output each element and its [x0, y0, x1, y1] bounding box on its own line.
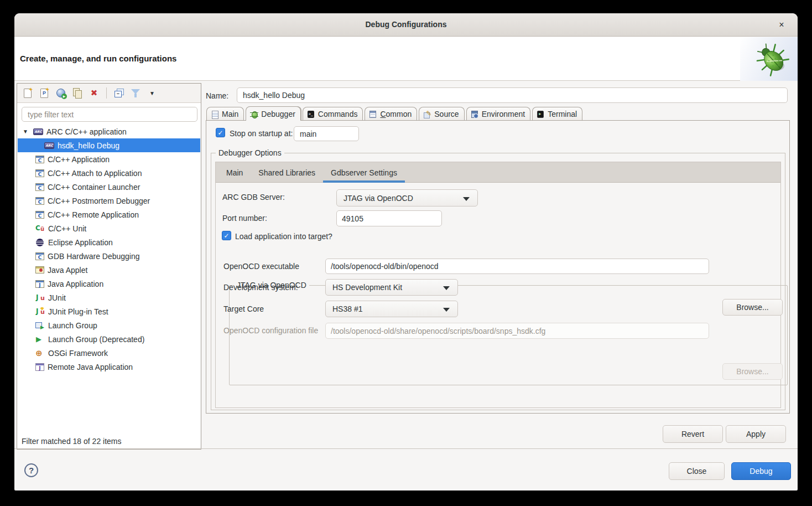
filter-icon[interactable]: [129, 87, 142, 99]
delete-launch-configuration-icon[interactable]: [88, 87, 100, 99]
c-application-icon: [35, 252, 44, 260]
inner-tab-gdbserver-settings[interactable]: Gdbserver Settings: [323, 162, 405, 183]
name-input[interactable]: [237, 87, 788, 103]
load-application-checkbox[interactable]: [222, 231, 231, 240]
debug-configurations-dialog: Debug Configurations × Create, manage, a…: [14, 13, 798, 490]
tree-item-arc-application[interactable]: ▼ ARC C/C++ application: [18, 125, 200, 138]
development-system-select[interactable]: HS Development Kit: [325, 279, 458, 296]
close-button[interactable]: Close: [669, 462, 725, 480]
stop-on-startup-label: Stop on startup at:: [230, 129, 293, 138]
arc-gdb-server-label: ARC GDB Server:: [222, 193, 285, 202]
tree-item-remote-java-application[interactable]: Remote Java Application: [18, 360, 200, 374]
launch-deprecated-icon: [35, 335, 45, 344]
debugger-options-tabs: Main Shared Libraries Gdbserver Settings: [216, 162, 780, 183]
filter-status: Filter matched 18 of 22 items: [22, 437, 122, 446]
junit-icon: [35, 293, 45, 302]
junit-plugin-icon: [35, 307, 45, 316]
openocd-executable-input[interactable]: [325, 259, 709, 274]
page-icon: [210, 110, 219, 118]
tree-item-eclipse-application[interactable]: Eclipse Application: [18, 235, 200, 249]
footer-separator: [14, 448, 798, 449]
browse-openocd-executable-button[interactable]: Browse...: [722, 299, 783, 316]
toolbar-menu-dropdown-icon[interactable]: [146, 87, 158, 99]
environment-window-icon: [470, 110, 479, 118]
tree-item-junit[interactable]: JUnit: [18, 291, 200, 304]
tree-item-java-application[interactable]: Java Application: [18, 277, 200, 291]
window-grid-icon: [368, 110, 377, 118]
arc-icon: [33, 128, 43, 135]
terminal-prompt-icon: [306, 110, 315, 118]
openocd-config-file-label: OpenOCD configuration file: [223, 326, 318, 335]
launch-group-icon: [35, 321, 45, 330]
tree-item-java-applet[interactable]: Java Applet: [18, 263, 200, 277]
stop-on-startup-input[interactable]: [294, 126, 359, 141]
tab-debugger[interactable]: Debugger: [246, 106, 301, 121]
tree-item-osgi-framework[interactable]: OSGi Framework: [18, 346, 200, 360]
window-close-icon[interactable]: ×: [775, 19, 788, 31]
remote-java-icon: [35, 363, 44, 371]
filter-input[interactable]: [22, 107, 197, 122]
dialog-header: Create, manage, and run configurations: [14, 37, 798, 81]
java-application-icon: [35, 280, 44, 288]
new-launch-prototype-icon[interactable]: [38, 87, 50, 99]
arc-icon: [44, 142, 54, 149]
inner-tab-main[interactable]: Main: [218, 162, 251, 183]
new-launch-configuration-icon[interactable]: [22, 87, 34, 99]
terminal-icon: [536, 110, 545, 118]
c-application-icon: [35, 156, 44, 163]
tab-commands[interactable]: Commands: [303, 107, 363, 121]
configuration-tabs: Main Debugger Commands Common Source Env…: [206, 106, 584, 121]
debugger-options-title: Debugger Options: [216, 148, 284, 157]
openocd-config-file-input: [325, 323, 709, 339]
tab-source[interactable]: Source: [419, 107, 464, 121]
tab-common[interactable]: Common: [365, 107, 417, 121]
screen: Debug Configurations × Create, manage, a…: [0, 0, 812, 506]
tree-item-cpp-unit[interactable]: C/C++ Unit: [18, 221, 200, 235]
target-core-select[interactable]: HS38 #1: [325, 301, 458, 317]
bug-icon: [249, 110, 258, 118]
java-applet-icon: [35, 266, 44, 273]
bug-icon: [754, 42, 790, 77]
port-number-label: Port number:: [222, 214, 267, 223]
c-application-icon: [35, 197, 44, 205]
debug-bug-banner: [740, 37, 798, 81]
tree-item-gdb-hardware-debugging[interactable]: GDB Hardware Debugging: [18, 249, 200, 263]
titlebar[interactable]: Debug Configurations ×: [14, 13, 798, 37]
collapse-all-icon[interactable]: [113, 87, 125, 99]
target-core-label: Target Core: [223, 304, 264, 313]
load-application-label: Load application into target?: [235, 232, 332, 241]
tab-environment[interactable]: Environment: [466, 107, 531, 121]
tab-terminal[interactable]: Terminal: [532, 107, 582, 121]
inner-tab-shared-libraries[interactable]: Shared Libraries: [251, 162, 323, 183]
revert-button[interactable]: Revert: [663, 425, 723, 443]
tree-item-launch-group-deprecated[interactable]: Launch Group (Deprecated): [18, 332, 200, 346]
tree-item-cpp-attach[interactable]: C/C++ Attach to Application: [18, 166, 200, 180]
c-unit-icon: [35, 224, 45, 233]
arc-gdb-server-select[interactable]: JTAG via OpenOCD: [336, 189, 478, 206]
expander-icon[interactable]: ▼: [23, 128, 28, 135]
stop-on-startup-checkbox[interactable]: [216, 128, 225, 137]
tree-item-cpp-remote[interactable]: C/C++ Remote Application: [18, 208, 200, 221]
tab-main[interactable]: Main: [206, 107, 244, 121]
openocd-executable-label: OpenOCD executable: [223, 262, 299, 271]
tree-item-launch-group[interactable]: Launch Group: [18, 318, 200, 332]
tree-item-cpp-container-launcher[interactable]: C/C++ Container Launcher: [18, 180, 200, 194]
tree-item-cpp-postmortem[interactable]: C/C++ Postmortem Debugger: [18, 194, 200, 208]
tree-item-junit-plugin-test[interactable]: JUnit Plug-in Test: [18, 304, 200, 318]
apply-button[interactable]: Apply: [726, 425, 786, 443]
c-application-icon: [35, 183, 44, 191]
window-title: Debug Configurations: [14, 20, 798, 29]
help-button[interactable]: ?: [24, 463, 38, 477]
browse-config-file-button: Browse...: [722, 363, 783, 380]
tree-item-cpp-application[interactable]: C/C++ Application: [18, 152, 200, 166]
osgi-icon: [35, 349, 45, 358]
dialog-header-title: Create, manage, and run configurations: [20, 54, 176, 63]
port-number-input[interactable]: [336, 210, 442, 226]
debug-button[interactable]: Debug: [731, 462, 791, 480]
configurations-sidebar: ▼ ARC C/C++ application hsdk_hello Debug…: [17, 83, 201, 450]
duplicate-launch-configuration-icon[interactable]: [71, 87, 84, 99]
tree-item-hsdk-hello-debug[interactable]: hsdk_hello Debug: [18, 138, 200, 152]
configuration-tree: ▼ ARC C/C++ application hsdk_hello Debug…: [18, 125, 200, 432]
gdbserver-settings-panel: Main Shared Libraries Gdbserver Settings…: [215, 162, 781, 408]
export-launch-configuration-icon[interactable]: [55, 87, 67, 99]
